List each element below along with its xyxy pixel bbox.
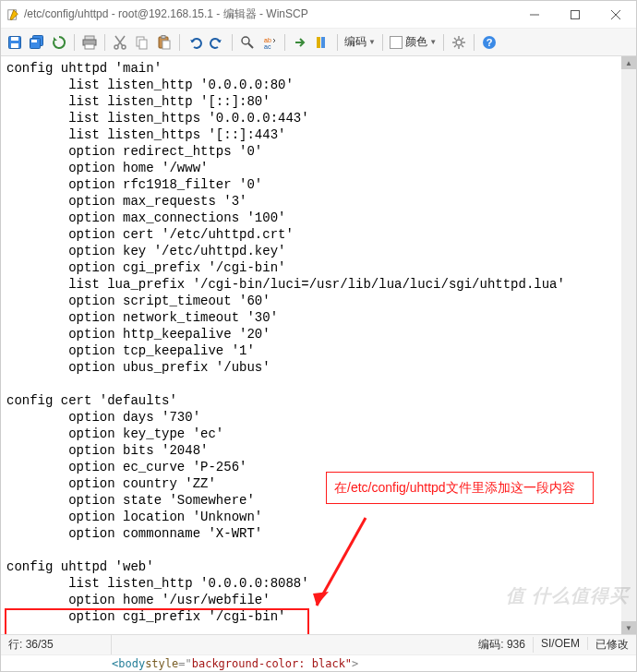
svg-rect-19 <box>139 40 147 49</box>
statusbar: 行: 36/35 编码: 936 SI/OEM 已修改 <box>1 634 636 654</box>
encoding-menu[interactable]: 编码▼ <box>343 34 378 50</box>
app-window: /etc/config/uhttpd - root@192.168.15.1 -… <box>0 0 637 672</box>
separator <box>382 34 383 51</box>
settings-button[interactable] <box>449 32 469 53</box>
reload-button[interactable] <box>49 32 69 53</box>
separator <box>104 34 105 51</box>
separator <box>179 34 180 51</box>
svg-rect-2 <box>571 10 580 18</box>
toolbar: abac 编码▼ 颜色▼ ? <box>1 29 636 56</box>
scroll-up-button[interactable]: ▲ <box>621 56 636 69</box>
cut-button[interactable] <box>110 32 130 53</box>
separator <box>474 34 475 51</box>
separator <box>443 34 444 51</box>
dropdown-icon: ▼ <box>429 38 437 46</box>
bookmark-button[interactable] <box>312 32 332 53</box>
svg-point-23 <box>242 37 249 44</box>
color-menu[interactable]: 颜色▼ <box>388 34 439 50</box>
separator <box>337 34 338 51</box>
code-content[interactable]: config uhttpd 'main' list listen_http '0… <box>1 56 636 629</box>
status-si-oem: SI/OEM <box>534 637 588 650</box>
find-button[interactable] <box>237 32 258 53</box>
svg-rect-21 <box>162 35 165 38</box>
undo-button[interactable] <box>185 32 205 53</box>
replace-button[interactable]: abac <box>259 32 280 53</box>
status-encoding: 编码: 936 <box>471 637 534 653</box>
svg-rect-7 <box>11 43 18 48</box>
titlebar: /etc/config/uhttpd - root@192.168.15.1 -… <box>1 1 636 29</box>
maximize-button[interactable] <box>555 1 595 29</box>
color-label: 颜色 <box>405 34 427 50</box>
svg-rect-13 <box>85 44 94 49</box>
window-title: /etc/config/uhttpd - root@192.168.15.1 -… <box>24 6 514 22</box>
file-edit-icon <box>6 8 19 21</box>
close-button[interactable] <box>595 1 636 29</box>
svg-text:ac: ac <box>264 43 271 50</box>
minimize-button[interactable] <box>514 1 555 29</box>
help-button[interactable]: ? <box>479 32 499 53</box>
print-button[interactable] <box>79 32 100 53</box>
svg-point-17 <box>122 45 126 49</box>
svg-rect-10 <box>31 40 37 42</box>
svg-rect-6 <box>11 37 18 41</box>
svg-text:ab: ab <box>264 37 271 43</box>
goto-button[interactable] <box>290 32 310 53</box>
save-all-button[interactable] <box>27 32 47 53</box>
separator <box>232 34 233 51</box>
dropdown-icon: ▼ <box>368 38 376 46</box>
window-controls <box>514 1 636 29</box>
redo-button[interactable] <box>207 32 227 53</box>
watermark: 值 什么值得买 <box>506 583 629 608</box>
highlight-box <box>5 608 309 634</box>
svg-point-16 <box>114 45 118 49</box>
color-swatch-icon <box>390 36 403 49</box>
svg-rect-28 <box>321 37 325 48</box>
svg-point-29 <box>456 40 462 45</box>
svg-rect-22 <box>162 41 170 49</box>
background-snippet: <body style="background-color: black"> <box>1 654 636 671</box>
svg-text:?: ? <box>487 37 493 48</box>
vertical-scrollbar[interactable]: ▲ ▼ <box>621 56 636 634</box>
separator <box>284 34 285 51</box>
svg-line-24 <box>248 43 253 48</box>
save-button[interactable] <box>5 32 25 53</box>
svg-rect-27 <box>317 37 320 48</box>
annotation-box: 在/etc/config/uhttpd文件里添加这一段内容 <box>326 472 594 504</box>
encoding-label: 编码 <box>344 34 367 50</box>
editor-area[interactable]: config uhttpd 'main' list listen_http '0… <box>1 56 636 634</box>
status-line-col: 行: 36/35 <box>1 635 112 654</box>
copy-button[interactable] <box>132 32 152 53</box>
separator <box>74 34 75 51</box>
status-modified: 已修改 <box>588 637 636 653</box>
paste-button[interactable] <box>154 32 174 53</box>
scroll-down-button[interactable]: ▼ <box>621 621 636 634</box>
